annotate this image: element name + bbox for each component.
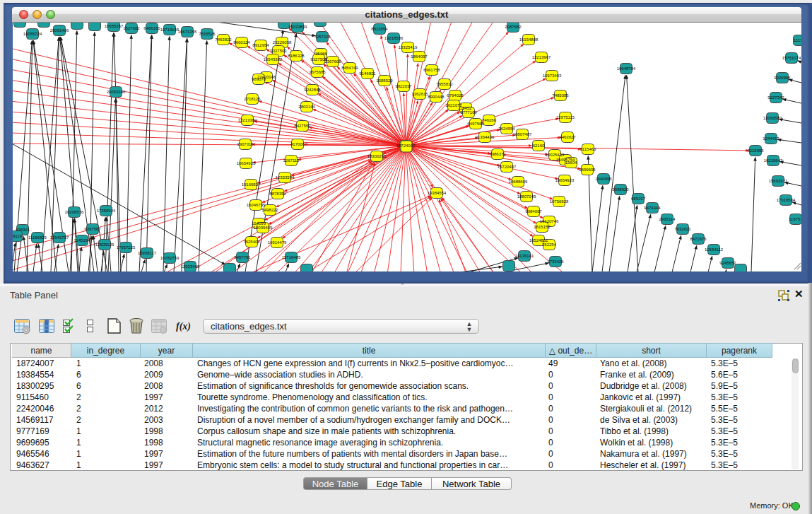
svg-text:2935114: 2935114 bbox=[659, 217, 676, 221]
svg-text:12213967: 12213967 bbox=[532, 55, 551, 59]
svg-text:8186328: 8186328 bbox=[288, 54, 305, 58]
svg-text:9699695: 9699695 bbox=[579, 168, 596, 172]
svg-text:16210643: 16210643 bbox=[764, 158, 783, 163]
svg-text:18807249: 18807249 bbox=[517, 194, 536, 199]
svg-text:15720407: 15720407 bbox=[498, 165, 517, 169]
svg-text:20091406: 20091406 bbox=[50, 28, 69, 33]
svg-text:10973493: 10973493 bbox=[543, 74, 562, 78]
svg-text:1907316: 1907316 bbox=[237, 142, 254, 146]
svg-text:2367608: 2367608 bbox=[324, 59, 341, 64]
svg-text:8427552: 8427552 bbox=[294, 124, 311, 128]
svg-text:8990448: 8990448 bbox=[428, 95, 445, 99]
svg-text:689197: 689197 bbox=[631, 197, 646, 201]
svg-text:20206536: 20206536 bbox=[65, 210, 84, 214]
svg-text:435901: 435901 bbox=[16, 228, 30, 232]
svg-text:746266: 746266 bbox=[482, 118, 497, 122]
svg-text:9327503: 9327503 bbox=[270, 49, 287, 53]
svg-text:8215955: 8215955 bbox=[747, 148, 764, 153]
svg-text:9777169: 9777169 bbox=[460, 110, 477, 115]
svg-text:1588520: 1588520 bbox=[376, 78, 393, 83]
svg-text:17016504: 17016504 bbox=[777, 198, 796, 202]
svg-text:9397587: 9397587 bbox=[84, 227, 101, 231]
svg-text:9329966: 9329966 bbox=[774, 76, 791, 80]
svg-text:6961758: 6961758 bbox=[423, 68, 440, 72]
svg-text:9242848: 9242848 bbox=[304, 88, 321, 92]
svg-text:16648784: 16648784 bbox=[617, 66, 636, 71]
svg-text:10719155: 10719155 bbox=[160, 28, 180, 32]
svg-text:19166827: 19166827 bbox=[242, 182, 261, 187]
svg-text:10025433: 10025433 bbox=[546, 153, 565, 157]
svg-text:1440995: 1440995 bbox=[595, 177, 612, 181]
svg-text:39119: 39119 bbox=[13, 234, 23, 238]
svg-text:5938923: 5938923 bbox=[612, 187, 629, 192]
svg-text:f(x): f(x) bbox=[176, 321, 191, 332]
svg-text:11173: 11173 bbox=[794, 38, 801, 42]
svg-text:16671355: 16671355 bbox=[178, 30, 197, 34]
svg-text:3822037: 3822037 bbox=[395, 84, 412, 88]
svg-text:15692971: 15692971 bbox=[769, 179, 788, 183]
svg-text:13325419: 13325419 bbox=[399, 45, 418, 49]
svg-text:12942757: 12942757 bbox=[50, 235, 69, 240]
svg-text:1527602: 1527602 bbox=[123, 26, 140, 30]
svg-text:15604: 15604 bbox=[565, 160, 577, 165]
svg-text:10655267: 10655267 bbox=[105, 24, 124, 28]
svg-text:6466160: 6466160 bbox=[143, 26, 160, 30]
svg-text:1362615: 1362615 bbox=[411, 92, 428, 96]
svg-text:14136141: 14136141 bbox=[515, 254, 534, 258]
svg-text:1244413: 1244413 bbox=[763, 136, 779, 141]
svg-text:9474444: 9474444 bbox=[644, 206, 661, 210]
svg-text:1615152: 1615152 bbox=[534, 225, 551, 229]
svg-text:3267110: 3267110 bbox=[283, 158, 300, 163]
svg-text:14099489: 14099489 bbox=[254, 226, 273, 230]
svg-text:12213382: 12213382 bbox=[238, 118, 257, 122]
svg-text:10654112: 10654112 bbox=[705, 247, 724, 252]
svg-text:17957225: 17957225 bbox=[117, 245, 136, 250]
svg-text:1733426: 1733426 bbox=[547, 259, 564, 264]
svg-text:3624554: 3624554 bbox=[498, 127, 515, 131]
svg-text:2803144: 2803144 bbox=[298, 105, 315, 109]
svg-text:2718126: 2718126 bbox=[244, 97, 261, 101]
svg-text:417006: 417006 bbox=[290, 142, 305, 146]
svg-text:17359924: 17359924 bbox=[97, 209, 116, 213]
svg-text:12975115: 12975115 bbox=[556, 115, 575, 119]
svg-text:15751074: 15751074 bbox=[782, 56, 801, 60]
svg-text:12923468: 12923468 bbox=[181, 264, 200, 269]
svg-text:7986372: 7986372 bbox=[489, 152, 506, 156]
svg-text:16782759: 16782759 bbox=[160, 256, 180, 260]
svg-text:9457791: 9457791 bbox=[234, 255, 251, 259]
svg-text:20053346: 20053346 bbox=[107, 90, 126, 94]
svg-text:12093583: 12093583 bbox=[763, 116, 782, 120]
svg-text:10688609: 10688609 bbox=[509, 180, 528, 184]
svg-text:8878352: 8878352 bbox=[269, 192, 286, 196]
svg-text:12353594: 12353594 bbox=[276, 175, 295, 180]
svg-text:9227342: 9227342 bbox=[767, 95, 784, 100]
svg-text:7625402: 7625402 bbox=[243, 240, 260, 244]
svg-text:2087682: 2087682 bbox=[505, 25, 522, 29]
svg-text:16046795: 16046795 bbox=[247, 203, 266, 207]
svg-text:16914479: 16914479 bbox=[268, 240, 287, 245]
svg-text:10654925: 10654925 bbox=[237, 161, 256, 165]
svg-text:9245652: 9245652 bbox=[719, 261, 736, 265]
svg-text:7485083: 7485083 bbox=[552, 93, 569, 98]
svg-text:8912954: 8912954 bbox=[252, 43, 269, 47]
svg-text:10958117: 10958117 bbox=[138, 251, 157, 255]
svg-text:8471676: 8471676 bbox=[690, 237, 707, 241]
svg-text:21364436: 21364436 bbox=[476, 135, 495, 139]
svg-text:14055724: 14055724 bbox=[23, 32, 42, 36]
svg-text:19384554: 19384554 bbox=[428, 191, 447, 195]
svg-text:8813054: 8813054 bbox=[371, 27, 388, 31]
svg-text:19654923: 19654923 bbox=[555, 178, 575, 182]
svg-text:7955812: 7955812 bbox=[436, 82, 453, 86]
svg-text:10756928: 10756928 bbox=[550, 199, 569, 204]
svg-text:62160: 62160 bbox=[533, 144, 545, 148]
svg-text:5498222: 5498222 bbox=[261, 208, 278, 212]
svg-text:10807487: 10807487 bbox=[513, 132, 532, 136]
svg-text:18300295: 18300295 bbox=[367, 154, 387, 158]
svg-text:8454749: 8454749 bbox=[341, 66, 358, 70]
svg-text:9084067: 9084067 bbox=[525, 209, 542, 214]
svg-text:116753: 116753 bbox=[789, 217, 801, 221]
svg-text:1145194: 1145194 bbox=[74, 238, 91, 243]
svg-text:3675685: 3675685 bbox=[309, 70, 326, 74]
svg-text:19218506: 19218506 bbox=[384, 36, 404, 40]
svg-text:9115460: 9115460 bbox=[580, 147, 597, 151]
